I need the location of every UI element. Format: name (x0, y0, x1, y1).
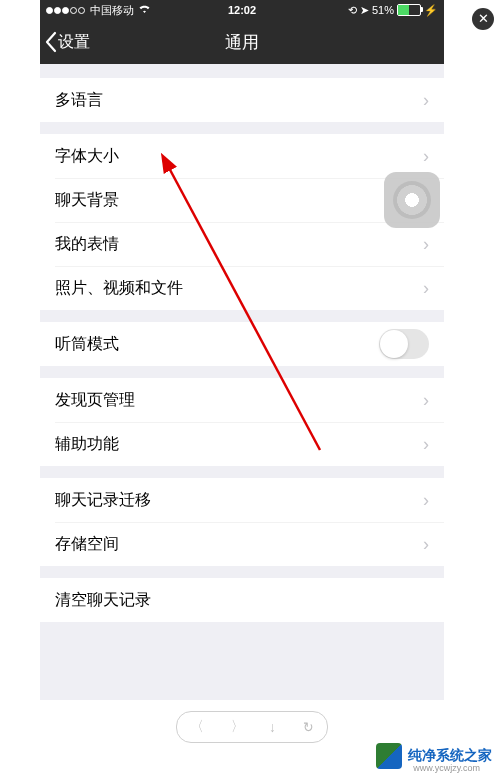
cell-label: 清空聊天记录 (55, 590, 429, 611)
phone-frame: 中国移动 12:02 ⟲ ➤ 51% ⚡ 设置 通用 多语言›字体大小›聊天背景… (40, 0, 444, 700)
settings-group: 字体大小›聊天背景›我的表情›照片、视频和文件› (40, 134, 444, 310)
watermark-logo-icon (376, 743, 402, 769)
status-bar: 中国移动 12:02 ⟲ ➤ 51% ⚡ (40, 0, 444, 20)
chevron-right-icon: › (423, 90, 429, 111)
cell-label: 发现页管理 (55, 390, 423, 411)
toggle-earpiece[interactable] (379, 329, 429, 359)
cell-earpiece[interactable]: 听筒模式 (40, 322, 444, 366)
assistive-touch-icon (393, 181, 431, 219)
cell-label: 聊天记录迁移 (55, 490, 423, 511)
cell-label: 辅助功能 (55, 434, 423, 455)
chevron-right-icon: › (423, 278, 429, 299)
cell-migrate[interactable]: 聊天记录迁移› (40, 478, 444, 522)
cell-storage[interactable]: 存储空间› (40, 522, 444, 566)
chevron-right-icon: › (423, 390, 429, 411)
gallery-toolbar: 〈 〉 ↓ ↻ (176, 711, 328, 743)
chevron-right-icon: › (423, 534, 429, 555)
settings-group: 发现页管理›辅助功能› (40, 378, 444, 466)
close-overlay-button[interactable]: ✕ (472, 8, 494, 30)
settings-list: 多语言›字体大小›聊天背景›我的表情›照片、视频和文件›听筒模式发现页管理›辅助… (40, 78, 444, 622)
cell-label: 存储空间 (55, 534, 423, 555)
watermark: 纯净系统之家 www.ycwjzy.com (376, 743, 492, 769)
prev-button[interactable]: 〈 (191, 718, 204, 736)
nav-bar: 设置 通用 (40, 20, 444, 64)
clock-label: 12:02 (40, 4, 444, 16)
cell-clear[interactable]: 清空聊天记录 (40, 578, 444, 622)
cell-multilang[interactable]: 多语言› (40, 78, 444, 122)
chevron-right-icon: › (423, 146, 429, 167)
chevron-right-icon: › (423, 434, 429, 455)
settings-group: 聊天记录迁移›存储空间› (40, 478, 444, 566)
cell-accessibility[interactable]: 辅助功能› (40, 422, 444, 466)
cell-files[interactable]: 照片、视频和文件› (40, 266, 444, 310)
cell-label: 照片、视频和文件 (55, 278, 423, 299)
cell-label: 我的表情 (55, 234, 423, 255)
refresh-button[interactable]: ↻ (303, 719, 314, 735)
cell-label: 聊天背景 (55, 190, 423, 211)
chevron-right-icon: › (423, 234, 429, 255)
cell-discover[interactable]: 发现页管理› (40, 378, 444, 422)
settings-group: 清空聊天记录 (40, 578, 444, 622)
download-button[interactable]: ↓ (270, 719, 276, 735)
cell-label: 多语言 (55, 90, 423, 111)
settings-group: 听筒模式 (40, 322, 444, 366)
page-title: 通用 (40, 31, 444, 54)
cell-fontsize[interactable]: 字体大小› (40, 134, 444, 178)
battery-icon (397, 4, 421, 16)
cell-label: 字体大小 (55, 146, 423, 167)
assistive-touch-button[interactable] (384, 172, 440, 228)
watermark-site: www.ycwjzy.com (413, 763, 480, 773)
settings-group: 多语言› (40, 78, 444, 122)
next-button[interactable]: 〉 (230, 718, 243, 736)
cell-stickers[interactable]: 我的表情› (40, 222, 444, 266)
cell-label: 听筒模式 (55, 334, 379, 355)
chevron-right-icon: › (423, 490, 429, 511)
